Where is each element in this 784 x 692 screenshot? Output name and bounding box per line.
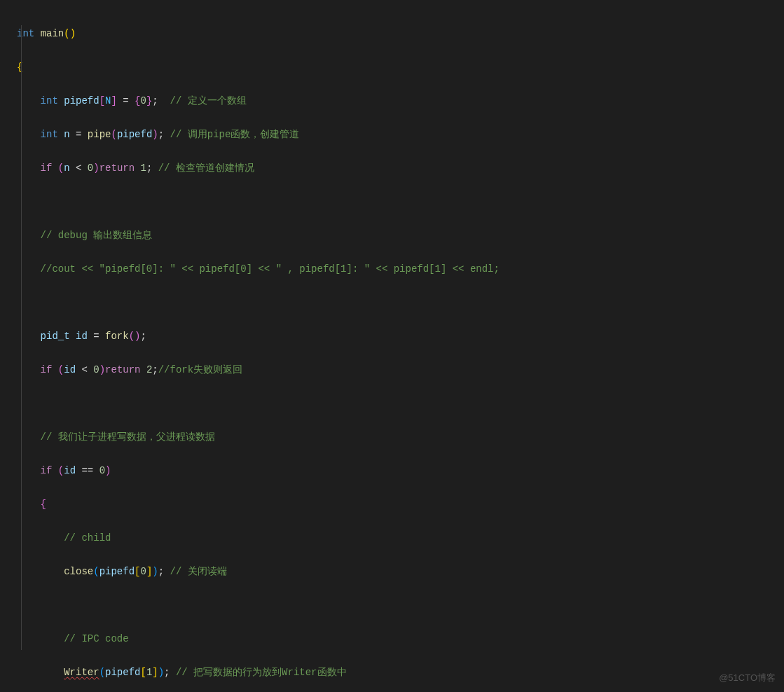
comment: // IPC code (64, 633, 128, 644)
operator: < (76, 364, 93, 375)
code-area[interactable]: int main() { int pipefd[N] = {0}; // 定义一… (15, 0, 784, 692)
paren: ) (99, 364, 105, 375)
comment: // 把写数据的行为放到Writer函数中 (170, 667, 347, 678)
paren: ) (70, 28, 76, 39)
identifier: n (64, 162, 69, 174)
identifier: pipefd (105, 667, 140, 678)
bracket: ] (111, 95, 116, 106)
keyword-return: return (105, 364, 140, 375)
comment: // child (64, 532, 111, 544)
watermark: @51CTO博客 (719, 670, 776, 686)
code-line[interactable]: { (15, 496, 784, 513)
number: 1 (135, 162, 146, 174)
code-line[interactable]: int n = pipe(pipefd); // 调用pipe函数，创建管道 (15, 126, 784, 143)
code-line[interactable] (15, 294, 784, 311)
comment: // 定义一个数组 (158, 95, 247, 106)
brace: { (135, 95, 140, 106)
keyword-control: if (41, 364, 53, 375)
function-name: main (41, 28, 64, 39)
indent-guide (21, 25, 22, 650)
keyword-type: int (17, 28, 34, 39)
comment: //fork失败则返回 (158, 364, 242, 375)
function-call: pipe (88, 129, 111, 140)
code-line[interactable]: // IPC code (15, 630, 784, 647)
function-call-error: Writer (64, 667, 99, 678)
comment: //cout << "pipefd[0]: " << pipefd[0] << … (41, 263, 500, 275)
code-line[interactable] (15, 193, 784, 210)
paren: ) (105, 465, 111, 476)
identifier: id (76, 331, 88, 342)
bracket: ] (152, 667, 158, 678)
number: 0 (99, 465, 105, 476)
function-call: close (64, 566, 93, 577)
paren: ) (93, 162, 99, 174)
code-line[interactable]: if (id < 0)return 2;//fork失败则返回 (15, 361, 784, 378)
code-line[interactable] (15, 395, 784, 412)
paren: ( (64, 28, 69, 39)
code-line[interactable]: if (n < 0)return 1; // 检查管道创建情况 (15, 160, 784, 177)
code-line[interactable]: Writer(pipefd[1]); // 把写数据的行为放到Writer函数中 (15, 664, 784, 681)
code-line[interactable]: // 我们让子进程写数据，父进程读数据 (15, 429, 784, 445)
operator: == (76, 465, 99, 476)
code-line[interactable]: // child (15, 530, 784, 546)
identifier: pipefd (117, 129, 152, 140)
operator: < (70, 162, 88, 174)
code-line[interactable]: close(pipefd[0]); // 关闭读端 (15, 563, 784, 580)
code-line[interactable]: // debug 输出数组信息 (15, 227, 784, 244)
semicolon: ; (140, 331, 146, 342)
paren: ( (129, 331, 135, 342)
semicolon: ; (158, 566, 164, 577)
paren: ) (152, 566, 158, 577)
keyword-return: return (99, 162, 135, 174)
number: 0 (140, 566, 146, 577)
paren: ( (111, 129, 116, 140)
function-call: fork (105, 331, 129, 342)
comment: // debug 输出数组信息 (41, 230, 153, 241)
semicolon: ; (152, 95, 158, 106)
number: 0 (88, 162, 93, 174)
keyword-control: if (41, 465, 53, 476)
code-line[interactable]: if (id == 0) (15, 462, 784, 479)
keyword-type: int (41, 129, 58, 140)
semicolon: ; (164, 667, 170, 678)
code-line[interactable] (15, 597, 784, 614)
gutter (0, 0, 15, 692)
brace: { (17, 62, 22, 73)
semicolon: ; (158, 129, 164, 140)
operator: = (117, 95, 135, 106)
comment: // 我们让子进程写数据，父进程读数据 (41, 431, 215, 443)
operator: = (88, 331, 105, 342)
code-line[interactable]: pid_t id = fork(); (15, 328, 784, 345)
identifier: id (64, 465, 76, 476)
comment: // 关闭读端 (164, 566, 227, 577)
paren: ( (93, 566, 99, 577)
identifier: pipefd (99, 566, 135, 577)
comment: // 检查管道创建情况 (152, 162, 254, 174)
operator: = (70, 129, 88, 140)
code-editor[interactable]: int main() { int pipefd[N] = {0}; // 定义一… (0, 0, 784, 692)
code-line[interactable]: int pipefd[N] = {0}; // 定义一个数组 (15, 92, 784, 109)
paren: ) (158, 667, 164, 678)
number: 0 (141, 95, 146, 106)
identifier: n (64, 129, 69, 140)
keyword-control: if (41, 162, 53, 174)
number: 2 (141, 364, 153, 375)
bracket: [ (99, 95, 105, 106)
keyword-type: int (41, 95, 58, 106)
code-line[interactable]: //cout << "pipefd[0]: " << pipefd[0] << … (15, 261, 784, 277)
paren: ) (152, 129, 158, 140)
code-line[interactable]: int main() (15, 25, 784, 42)
identifier: pipefd (64, 95, 99, 106)
paren: ( (52, 162, 64, 174)
semicolon: ; (152, 364, 158, 375)
identifier: id (64, 364, 76, 375)
type: pid_t (41, 331, 70, 342)
paren: ( (52, 465, 64, 476)
paren: ( (99, 667, 105, 678)
code-line[interactable]: { (15, 59, 784, 76)
bracket: [ (140, 667, 146, 678)
number: 0 (93, 364, 99, 375)
paren: ( (52, 364, 64, 375)
brace: { (41, 499, 46, 510)
comment: // 调用pipe函数，创建管道 (164, 129, 299, 140)
